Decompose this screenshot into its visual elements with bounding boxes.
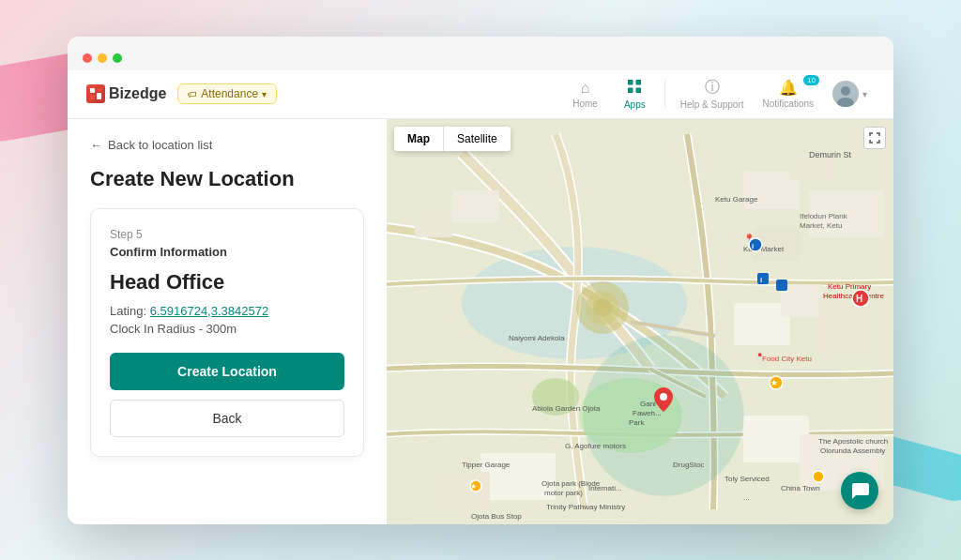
back-button[interactable]: Back <box>110 400 344 437</box>
nav-help[interactable]: ⓘ Help & Support <box>673 74 752 114</box>
nav-notifications[interactable]: 🔔 10 Notifications <box>755 75 821 113</box>
user-menu[interactable]: ▾ <box>825 77 875 111</box>
map-svg: Demurin St Ifelodun Plank Market, Ketu K… <box>387 119 893 524</box>
svg-rect-4 <box>628 80 633 85</box>
user-chevron-icon: ▾ <box>862 89 867 99</box>
confirm-info-title: Confirm Information <box>110 245 344 259</box>
browser-chrome <box>68 37 893 70</box>
left-panel: ← Back to location list Create New Locat… <box>68 119 387 524</box>
svg-point-30 <box>593 298 612 317</box>
svg-text:i: i <box>760 276 762 284</box>
notifications-label: Notifications <box>763 98 814 109</box>
svg-text:Demurin St: Demurin St <box>809 150 852 159</box>
nav-apps[interactable]: Apps <box>613 75 657 114</box>
svg-text:Abiola Garden Ojota: Abiola Garden Ojota <box>532 404 601 413</box>
svg-text:Toly Serviced: Toly Serviced <box>725 475 770 483</box>
svg-text:H: H <box>856 294 862 304</box>
nav-home[interactable]: ⌂ Home <box>561 76 609 113</box>
logo-text: Bizedge <box>109 85 166 102</box>
browser-window: Bizedge 🏷 Attendance ▾ ⌂ Home <box>68 37 893 524</box>
svg-rect-27 <box>434 472 490 509</box>
svg-text:Trinity Pathway Ministry: Trinity Pathway Ministry <box>546 503 625 511</box>
chat-button[interactable] <box>841 472 878 509</box>
notification-count: 10 <box>803 75 819 85</box>
svg-text:Tipper Garage: Tipper Garage <box>462 461 511 469</box>
back-arrow-icon: ← <box>90 138 102 152</box>
svg-text:Faweh...: Faweh... <box>633 409 662 417</box>
svg-text:Gani: Gani <box>640 400 656 408</box>
avatar <box>832 81 859 107</box>
attendance-label: Attendance <box>201 87 258 100</box>
app-header: Bizedge 🏷 Attendance ▾ ⌂ Home <box>68 70 893 119</box>
nav-home-label: Home <box>572 98 598 109</box>
header-nav: ⌂ Home Apps ⓘ Help & Support <box>561 74 875 114</box>
help-icon: ⓘ <box>705 78 720 98</box>
create-location-button[interactable]: Create Location <box>110 353 344 390</box>
svg-text:Market, Ketu: Market, Ketu <box>800 221 842 230</box>
svg-text:G. Agofure motors: G. Agofure motors <box>565 442 626 450</box>
svg-text:Food City Ketu: Food City Ketu <box>762 355 812 363</box>
svg-point-32 <box>660 393 667 401</box>
svg-text:★: ★ <box>470 483 477 490</box>
step-label: Step 5 <box>110 228 344 241</box>
close-dot[interactable] <box>83 53 92 63</box>
svg-text:China Town: China Town <box>781 484 820 492</box>
svg-rect-3 <box>97 93 101 99</box>
nav-divider <box>664 80 665 108</box>
svg-text:...: ... <box>743 493 750 502</box>
map-container: Demurin St Ifelodun Plank Market, Ketu K… <box>387 119 893 524</box>
logo: Bizedge <box>86 84 166 103</box>
location-name: Head Office <box>110 270 344 295</box>
radius-row: Clock In Radius - 300m <box>110 322 344 336</box>
map-panel: Demurin St Ifelodun Plank Market, Ketu K… <box>387 119 893 524</box>
expand-icon <box>869 132 880 144</box>
svg-rect-19 <box>452 190 499 223</box>
app-body: ← Back to location list Create New Locat… <box>68 119 893 524</box>
home-icon: ⌂ <box>581 80 590 97</box>
svg-text:i: i <box>752 242 754 250</box>
lating-row: Lating: 6.5916724,3.3842572 <box>110 304 344 318</box>
svg-rect-7 <box>636 87 642 93</box>
svg-text:Olorunda Assembly: Olorunda Assembly <box>820 446 885 455</box>
svg-rect-6 <box>628 87 633 93</box>
map-expand-button[interactable] <box>863 127 886 149</box>
svg-point-31 <box>584 336 743 495</box>
svg-text:DrugStoc: DrugStoc <box>673 461 704 469</box>
attendance-chevron: ▾ <box>262 89 267 99</box>
nav-help-label: Help & Support <box>680 99 744 110</box>
confirm-card: Step 5 Confirm Information Head Office L… <box>90 208 364 457</box>
map-tabs: Map Satellite <box>394 127 511 151</box>
back-to-list-link[interactable]: ← Back to location list <box>90 138 364 152</box>
svg-text:Ketu Primary: Ketu Primary <box>828 282 871 291</box>
svg-rect-20 <box>415 209 452 237</box>
svg-point-65 <box>813 471 824 482</box>
svg-rect-24 <box>743 416 809 462</box>
page-title: Create New Location <box>90 167 364 191</box>
back-link-label: Back to location list <box>108 138 212 152</box>
map-tab-satellite[interactable]: Satellite <box>444 127 511 151</box>
svg-text:The Apostolic church: The Apostolic church <box>818 437 888 446</box>
svg-text:Ojota park (Biode: Ojota park (Biode <box>542 479 601 488</box>
svg-rect-0 <box>90 88 95 93</box>
svg-rect-70 <box>776 280 787 291</box>
svg-rect-5 <box>636 80 642 85</box>
svg-text:Ketu Garage: Ketu Garage <box>715 195 758 204</box>
svg-text:Ifelodun Plank: Ifelodun Plank <box>800 212 848 220</box>
nav-apps-label: Apps <box>624 99 646 110</box>
attendance-selector[interactable]: 🏷 Attendance ▾ <box>177 83 277 104</box>
logo-icon <box>86 84 105 103</box>
svg-text:motor park): motor park) <box>544 489 583 497</box>
svg-point-9 <box>841 86 850 96</box>
chat-icon <box>850 481 869 500</box>
svg-text:Naiyomi Adekola: Naiyomi Adekola <box>509 334 565 342</box>
minimize-dot[interactable] <box>98 53 107 63</box>
svg-text:Park: Park <box>629 418 645 427</box>
lating-value[interactable]: 6.5916724,3.3842572 <box>150 304 269 318</box>
map-tab-map[interactable]: Map <box>394 127 444 151</box>
svg-text:★: ★ <box>770 379 778 387</box>
svg-rect-1 <box>97 88 101 91</box>
maximize-dot[interactable] <box>113 53 122 63</box>
svg-text:Ojota Bus Stop: Ojota Bus Stop <box>471 512 522 521</box>
apps-icon <box>627 79 642 98</box>
svg-rect-2 <box>90 95 95 99</box>
